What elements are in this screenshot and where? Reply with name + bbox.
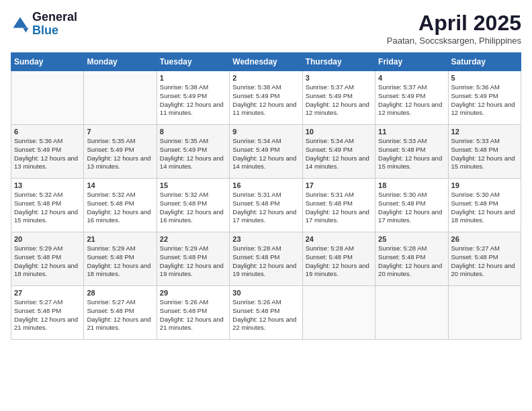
calendar-cell: 7Sunrise: 5:35 AM Sunset: 5:49 PM Daylig… [84, 125, 157, 179]
day-number: 17 [306, 181, 372, 189]
day-number: 15 [160, 181, 226, 189]
calendar-cell: 30Sunrise: 5:26 AM Sunset: 5:48 PM Dayli… [230, 286, 302, 340]
day-info: Sunrise: 5:26 AM Sunset: 5:48 PM Dayligh… [232, 298, 299, 332]
calendar-cell: 8Sunrise: 5:35 AM Sunset: 5:49 PM Daylig… [157, 125, 229, 179]
day-number: 3 [306, 74, 372, 82]
calendar-cell [11, 71, 84, 125]
calendar-cell [302, 286, 375, 340]
day-number: 10 [306, 128, 372, 136]
day-info: Sunrise: 5:34 AM Sunset: 5:49 PM Dayligh… [232, 137, 299, 171]
day-info: Sunrise: 5:38 AM Sunset: 5:49 PM Dayligh… [232, 83, 299, 118]
day-info: Sunrise: 5:34 AM Sunset: 5:49 PM Dayligh… [306, 137, 372, 171]
logo-icon [11, 15, 30, 34]
day-info: Sunrise: 5:30 AM Sunset: 5:48 PM Dayligh… [451, 191, 518, 225]
calendar-cell [84, 71, 157, 125]
col-header-thursday: Thursday [302, 53, 375, 71]
day-number: 20 [14, 235, 81, 243]
page-header: General Blue April 2025 Paatan, Soccsksa… [11, 11, 521, 46]
day-info: Sunrise: 5:36 AM Sunset: 5:49 PM Dayligh… [451, 83, 518, 118]
day-info: Sunrise: 5:33 AM Sunset: 5:48 PM Dayligh… [451, 137, 518, 171]
day-number: 4 [378, 74, 445, 82]
day-info: Sunrise: 5:29 AM Sunset: 5:48 PM Dayligh… [87, 244, 153, 279]
calendar-cell: 2Sunrise: 5:38 AM Sunset: 5:49 PM Daylig… [230, 71, 302, 125]
day-info: Sunrise: 5:27 AM Sunset: 5:48 PM Dayligh… [14, 298, 81, 332]
calendar-cell: 15Sunrise: 5:32 AM Sunset: 5:48 PM Dayli… [157, 179, 229, 232]
calendar-cell: 29Sunrise: 5:26 AM Sunset: 5:48 PM Dayli… [157, 286, 229, 340]
day-number: 30 [232, 289, 299, 297]
day-info: Sunrise: 5:32 AM Sunset: 5:48 PM Dayligh… [87, 191, 153, 225]
day-info: Sunrise: 5:35 AM Sunset: 5:49 PM Dayligh… [87, 137, 153, 171]
calendar-cell: 28Sunrise: 5:27 AM Sunset: 5:48 PM Dayli… [84, 286, 157, 340]
day-info: Sunrise: 5:37 AM Sunset: 5:49 PM Dayligh… [306, 83, 372, 118]
col-header-friday: Friday [375, 53, 448, 71]
logo-blue-text: Blue [32, 24, 77, 38]
calendar-cell: 6Sunrise: 5:36 AM Sunset: 5:49 PM Daylig… [11, 125, 84, 179]
day-number: 19 [451, 181, 518, 189]
calendar-cell: 26Sunrise: 5:27 AM Sunset: 5:48 PM Dayli… [448, 232, 521, 286]
calendar-cell [448, 286, 521, 340]
calendar-table: SundayMondayTuesdayWednesdayThursdayFrid… [11, 52, 521, 340]
day-info: Sunrise: 5:32 AM Sunset: 5:48 PM Dayligh… [160, 191, 226, 225]
calendar-cell [375, 286, 448, 340]
col-header-wednesday: Wednesday [230, 53, 302, 71]
day-info: Sunrise: 5:31 AM Sunset: 5:48 PM Dayligh… [232, 191, 299, 225]
day-info: Sunrise: 5:35 AM Sunset: 5:49 PM Dayligh… [160, 137, 226, 171]
svg-marker-0 [13, 17, 28, 28]
calendar-cell: 13Sunrise: 5:32 AM Sunset: 5:48 PM Dayli… [11, 179, 84, 232]
day-number: 29 [160, 289, 226, 297]
calendar-cell: 11Sunrise: 5:33 AM Sunset: 5:48 PM Dayli… [375, 125, 448, 179]
col-header-saturday: Saturday [448, 53, 521, 71]
day-info: Sunrise: 5:33 AM Sunset: 5:48 PM Dayligh… [378, 137, 445, 171]
day-info: Sunrise: 5:37 AM Sunset: 5:49 PM Dayligh… [378, 83, 445, 118]
day-number: 14 [87, 181, 153, 189]
calendar-cell: 25Sunrise: 5:28 AM Sunset: 5:48 PM Dayli… [375, 232, 448, 286]
day-info: Sunrise: 5:29 AM Sunset: 5:48 PM Dayligh… [14, 244, 81, 279]
day-info: Sunrise: 5:32 AM Sunset: 5:48 PM Dayligh… [14, 191, 81, 225]
day-number: 11 [378, 128, 445, 136]
day-number: 9 [232, 128, 299, 136]
day-info: Sunrise: 5:28 AM Sunset: 5:48 PM Dayligh… [378, 244, 445, 279]
day-number: 6 [14, 128, 81, 136]
day-number: 16 [232, 181, 299, 189]
calendar-cell: 27Sunrise: 5:27 AM Sunset: 5:48 PM Dayli… [11, 286, 84, 340]
day-info: Sunrise: 5:36 AM Sunset: 5:49 PM Dayligh… [14, 137, 81, 171]
title-block: April 2025 Paatan, Soccsksargen, Philipp… [387, 11, 521, 46]
day-info: Sunrise: 5:29 AM Sunset: 5:48 PM Dayligh… [160, 244, 226, 279]
col-header-tuesday: Tuesday [157, 53, 229, 71]
day-number: 23 [232, 235, 299, 243]
day-number: 25 [378, 235, 445, 243]
calendar-cell: 21Sunrise: 5:29 AM Sunset: 5:48 PM Dayli… [84, 232, 157, 286]
month-title: April 2025 [387, 11, 521, 36]
day-number: 5 [451, 74, 518, 82]
calendar-cell: 16Sunrise: 5:31 AM Sunset: 5:48 PM Dayli… [230, 179, 302, 232]
calendar-cell: 14Sunrise: 5:32 AM Sunset: 5:48 PM Dayli… [84, 179, 157, 232]
calendar-cell: 18Sunrise: 5:30 AM Sunset: 5:48 PM Dayli… [375, 179, 448, 232]
calendar-cell: 19Sunrise: 5:30 AM Sunset: 5:48 PM Dayli… [448, 179, 521, 232]
day-number: 7 [87, 128, 153, 136]
calendar-cell: 3Sunrise: 5:37 AM Sunset: 5:49 PM Daylig… [302, 71, 375, 125]
col-header-monday: Monday [84, 53, 157, 71]
day-number: 12 [451, 128, 518, 136]
day-number: 21 [87, 235, 153, 243]
calendar-cell: 10Sunrise: 5:34 AM Sunset: 5:49 PM Dayli… [302, 125, 375, 179]
day-info: Sunrise: 5:28 AM Sunset: 5:48 PM Dayligh… [232, 244, 299, 279]
day-info: Sunrise: 5:28 AM Sunset: 5:48 PM Dayligh… [306, 244, 372, 279]
svg-marker-1 [23, 28, 28, 32]
day-number: 28 [87, 289, 153, 297]
day-info: Sunrise: 5:27 AM Sunset: 5:48 PM Dayligh… [87, 298, 153, 332]
calendar-cell: 20Sunrise: 5:29 AM Sunset: 5:48 PM Dayli… [11, 232, 84, 286]
subtitle: Paatan, Soccsksargen, Philippines [387, 36, 521, 46]
day-info: Sunrise: 5:30 AM Sunset: 5:48 PM Dayligh… [378, 191, 445, 225]
day-info: Sunrise: 5:27 AM Sunset: 5:48 PM Dayligh… [451, 244, 518, 279]
calendar-cell: 9Sunrise: 5:34 AM Sunset: 5:49 PM Daylig… [230, 125, 302, 179]
day-number: 27 [14, 289, 81, 297]
day-info: Sunrise: 5:26 AM Sunset: 5:48 PM Dayligh… [160, 298, 226, 332]
day-number: 1 [160, 74, 226, 82]
day-number: 22 [160, 235, 226, 243]
day-number: 8 [160, 128, 226, 136]
calendar-cell: 17Sunrise: 5:31 AM Sunset: 5:48 PM Dayli… [302, 179, 375, 232]
day-number: 2 [232, 74, 299, 82]
calendar-cell: 12Sunrise: 5:33 AM Sunset: 5:48 PM Dayli… [448, 125, 521, 179]
calendar-cell: 1Sunrise: 5:38 AM Sunset: 5:49 PM Daylig… [157, 71, 229, 125]
calendar-cell: 4Sunrise: 5:37 AM Sunset: 5:49 PM Daylig… [375, 71, 448, 125]
